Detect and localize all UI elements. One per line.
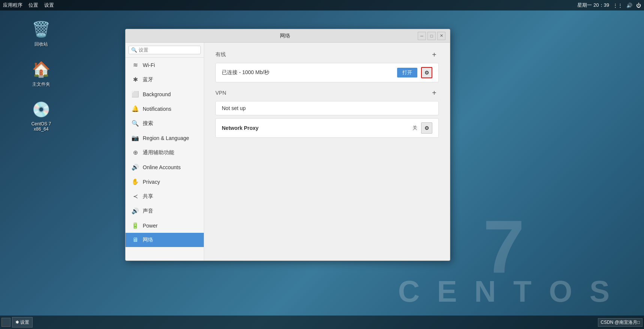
sidebar-item-power[interactable]: 🔋 Power	[126, 218, 204, 233]
sidebar-item-privacy[interactable]: ✋ Privacy	[126, 174, 204, 189]
sidebar-item-accessibility[interactable]: ⊕ 通用辅助功能	[126, 145, 204, 160]
power-sidebar-icon: 🔋	[131, 222, 139, 229]
main-content: 有线 + 已连接 - 1000 Mb/秒 打开 ⚙ VPN	[204, 43, 450, 261]
settings-window: 网络 ─ □ ✕ 🔍 ≋ Wi-Fi	[125, 29, 450, 261]
sidebar-item-background[interactable]: ⬜ Background	[126, 87, 204, 101]
menu-apps[interactable]: 应用程序	[3, 2, 22, 9]
wired-section-header: 有线 +	[215, 50, 439, 59]
sidebar-item-sharing[interactable]: ≺ 共享	[126, 189, 204, 204]
sidebar-item-bluetooth[interactable]: ✱ 蓝牙	[126, 72, 204, 87]
centos-disc-icon[interactable]: 💿 CentOS 7 x86_64	[26, 99, 56, 132]
sidebar-item-label: 蓝牙	[143, 76, 153, 83]
sidebar-item-label: Power	[143, 223, 158, 229]
proxy-status: 关	[412, 125, 417, 131]
sidebar-search-area: 🔍	[126, 43, 204, 58]
sidebar-item-label: 网络	[143, 237, 153, 243]
wired-section-title: 有线	[215, 51, 226, 58]
top-bar-right: 星期一 20：39 ⋮⋮ 🔊 ⏻	[577, 2, 641, 9]
vpn-card-row: Not set up	[216, 101, 438, 115]
search-icon: 🔍	[131, 47, 137, 53]
taskbar-right: CSDN @南宜洛月□	[598, 318, 643, 327]
sidebar-item-label: Region & Language	[143, 135, 189, 141]
sidebar-item-notifications[interactable]: 🔔 Notifications	[126, 101, 204, 116]
vpn-section: VPN + Not set up	[215, 88, 439, 115]
taskbar-right-text: CSDN @南宜洛月□	[598, 318, 643, 327]
bluetooth-icon: ✱	[131, 76, 139, 83]
sidebar-item-region[interactable]: 📷 Region & Language	[126, 131, 204, 145]
network-icon: ⋮⋮	[613, 3, 623, 8]
recycle-bin-label: 回收站	[34, 41, 48, 48]
home-folder-label: 主文件夹	[32, 81, 50, 88]
proxy-settings-button[interactable]: ⚙	[421, 122, 432, 134]
maximize-button[interactable]: □	[427, 32, 436, 40]
sidebar-item-label: Background	[143, 91, 171, 97]
sound-icon: 🔊	[131, 207, 139, 214]
recycle-bin-icon[interactable]: 🗑️ 回收站	[26, 19, 56, 48]
menu-places[interactable]: 位置	[28, 2, 38, 9]
recycle-bin-image: 🗑️	[31, 19, 52, 40]
network-sidebar-icon: 🖥	[131, 237, 139, 243]
home-folder-image: 🏠	[31, 59, 52, 80]
vpn-section-header: VPN +	[215, 88, 439, 97]
centos-text: C E N T O S	[398, 277, 614, 307]
sidebar-search-input[interactable]	[139, 47, 198, 53]
home-folder-icon[interactable]: 🏠 主文件夹	[26, 59, 56, 88]
centos-disc-image: 💿	[31, 99, 52, 120]
sidebar-item-search[interactable]: 🔍 搜索	[126, 116, 204, 131]
vpn-status-text: Not set up	[222, 105, 432, 111]
centos-disc-label: CentOS 7 x86_64	[26, 121, 56, 132]
top-bar: 应用程序 位置 设置 星期一 20：39 ⋮⋮ 🔊 ⏻	[0, 0, 644, 10]
wired-card-row: 已连接 - 1000 Mb/秒 打开 ⚙	[216, 63, 438, 82]
background-icon: ⬜	[131, 91, 139, 98]
window-titlebar: 网络 ─ □ ✕	[126, 29, 450, 43]
sidebar-item-label: Online Accounts	[143, 164, 181, 170]
search-sidebar-icon: 🔍	[131, 120, 139, 127]
sharing-icon: ≺	[131, 193, 139, 200]
power-icon: ⏻	[636, 3, 641, 8]
wired-section: 有线 + 已连接 - 1000 Mb/秒 打开 ⚙	[215, 50, 439, 82]
top-bar-left: 应用程序 位置 设置	[3, 2, 54, 9]
proxy-section: Network Proxy 关 ⚙	[215, 118, 439, 138]
sidebar-item-label: Notifications	[143, 106, 171, 112]
wired-toggle-button[interactable]: 打开	[397, 68, 417, 77]
volume-icon: 🔊	[626, 3, 632, 8]
wifi-icon: ≋	[131, 61, 139, 68]
wired-add-button[interactable]: +	[430, 50, 439, 59]
sidebar-item-sound[interactable]: 🔊 声音	[126, 204, 204, 218]
menu-settings[interactable]: 设置	[44, 2, 54, 9]
sidebar-item-network[interactable]: 🖥 网络	[126, 233, 204, 247]
proxy-label: Network Proxy	[222, 125, 409, 131]
sidebar-item-label: Privacy	[143, 179, 160, 185]
vpn-add-button[interactable]: +	[430, 88, 439, 97]
taskbar-settings-app[interactable]: ✱ 设置	[12, 317, 33, 328]
taskbar-app-label: ✱ 设置	[15, 319, 29, 326]
minimize-button[interactable]: ─	[418, 32, 426, 40]
sidebar-item-label: 声音	[143, 208, 153, 214]
online-accounts-icon: 🔊	[131, 164, 139, 171]
wired-settings-button[interactable]: ⚙	[421, 67, 432, 78]
sidebar-item-label: Wi-Fi	[143, 62, 155, 68]
proxy-card: Network Proxy 关 ⚙	[215, 118, 439, 138]
region-icon: 📷	[131, 134, 139, 141]
proxy-row: Network Proxy 关 ⚙	[216, 119, 438, 137]
sidebar-item-label: 通用辅助功能	[143, 149, 174, 156]
show-desktop-button[interactable]	[1, 318, 10, 327]
close-button[interactable]: ✕	[437, 32, 445, 40]
sidebar-item-wifi[interactable]: ≋ Wi-Fi	[126, 58, 204, 72]
sidebar-search-box: 🔍	[129, 46, 201, 54]
vpn-section-title: VPN	[215, 90, 226, 96]
clock: 星期一 20：39	[577, 2, 609, 9]
desktop-icons: 🗑️ 回收站 🏠 主文件夹 💿 CentOS 7 x86_64	[26, 19, 56, 132]
sidebar: 🔍 ≋ Wi-Fi ✱ 蓝牙 ⬜ Background	[126, 43, 204, 261]
accessibility-icon: ⊕	[131, 149, 139, 156]
window-title: 网络	[152, 33, 418, 39]
desktop: 应用程序 位置 设置 星期一 20：39 ⋮⋮ 🔊 ⏻ 🗑️ 回收站 🏠 主文件…	[0, 0, 644, 329]
window-controls: ─ □ ✕	[418, 32, 445, 40]
privacy-icon: ✋	[131, 178, 139, 185]
taskbar: ✱ 设置 CSDN @南宜洛月□	[0, 316, 644, 329]
vpn-card: Not set up	[215, 101, 439, 115]
taskbar-left: ✱ 设置	[1, 317, 33, 328]
wired-status-text: 已连接 - 1000 Mb/秒	[222, 69, 393, 76]
window-content: 🔍 ≋ Wi-Fi ✱ 蓝牙 ⬜ Background	[126, 43, 450, 261]
sidebar-item-online-accounts[interactable]: 🔊 Online Accounts	[126, 160, 204, 174]
